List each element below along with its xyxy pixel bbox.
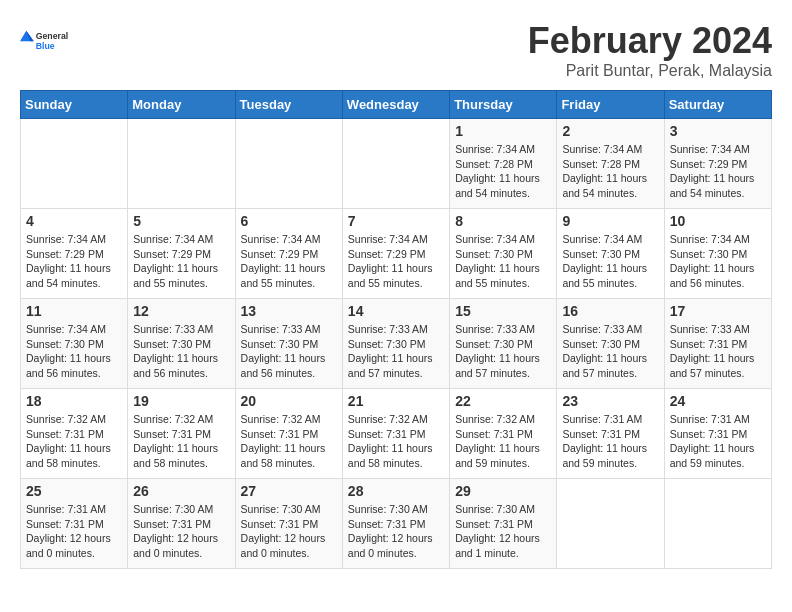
calendar-cell: 17Sunrise: 7:33 AMSunset: 7:31 PMDayligh… bbox=[664, 299, 771, 389]
page-header: General Blue February 2024 Parit Buntar,… bbox=[20, 20, 772, 80]
day-info: Sunrise: 7:34 AMSunset: 7:29 PMDaylight:… bbox=[133, 232, 229, 291]
logo-svg: General Blue bbox=[20, 20, 70, 60]
day-info: Sunrise: 7:32 AMSunset: 7:31 PMDaylight:… bbox=[133, 412, 229, 471]
calendar-week-row: 18Sunrise: 7:32 AMSunset: 7:31 PMDayligh… bbox=[21, 389, 772, 479]
title-section: February 2024 Parit Buntar, Perak, Malay… bbox=[528, 20, 772, 80]
day-info: Sunrise: 7:32 AMSunset: 7:31 PMDaylight:… bbox=[241, 412, 337, 471]
calendar-cell: 2Sunrise: 7:34 AMSunset: 7:28 PMDaylight… bbox=[557, 119, 664, 209]
day-info: Sunrise: 7:33 AMSunset: 7:30 PMDaylight:… bbox=[348, 322, 444, 381]
calendar-cell: 20Sunrise: 7:32 AMSunset: 7:31 PMDayligh… bbox=[235, 389, 342, 479]
calendar-cell: 13Sunrise: 7:33 AMSunset: 7:30 PMDayligh… bbox=[235, 299, 342, 389]
day-info: Sunrise: 7:34 AMSunset: 7:30 PMDaylight:… bbox=[562, 232, 658, 291]
calendar-cell: 23Sunrise: 7:31 AMSunset: 7:31 PMDayligh… bbox=[557, 389, 664, 479]
day-info: Sunrise: 7:33 AMSunset: 7:30 PMDaylight:… bbox=[562, 322, 658, 381]
day-number: 10 bbox=[670, 213, 766, 229]
day-info: Sunrise: 7:31 AMSunset: 7:31 PMDaylight:… bbox=[562, 412, 658, 471]
calendar-header-row: SundayMondayTuesdayWednesdayThursdayFrid… bbox=[21, 91, 772, 119]
day-number: 1 bbox=[455, 123, 551, 139]
day-info: Sunrise: 7:33 AMSunset: 7:30 PMDaylight:… bbox=[455, 322, 551, 381]
calendar-week-row: 4Sunrise: 7:34 AMSunset: 7:29 PMDaylight… bbox=[21, 209, 772, 299]
calendar-cell: 3Sunrise: 7:34 AMSunset: 7:29 PMDaylight… bbox=[664, 119, 771, 209]
day-number: 29 bbox=[455, 483, 551, 499]
calendar-cell: 21Sunrise: 7:32 AMSunset: 7:31 PMDayligh… bbox=[342, 389, 449, 479]
day-number: 24 bbox=[670, 393, 766, 409]
day-number: 26 bbox=[133, 483, 229, 499]
calendar-cell: 14Sunrise: 7:33 AMSunset: 7:30 PMDayligh… bbox=[342, 299, 449, 389]
day-info: Sunrise: 7:32 AMSunset: 7:31 PMDaylight:… bbox=[455, 412, 551, 471]
day-number: 19 bbox=[133, 393, 229, 409]
day-of-week-header: Thursday bbox=[450, 91, 557, 119]
day-info: Sunrise: 7:34 AMSunset: 7:28 PMDaylight:… bbox=[562, 142, 658, 201]
day-number: 25 bbox=[26, 483, 122, 499]
day-of-week-header: Sunday bbox=[21, 91, 128, 119]
day-info: Sunrise: 7:32 AMSunset: 7:31 PMDaylight:… bbox=[348, 412, 444, 471]
day-number: 18 bbox=[26, 393, 122, 409]
calendar-cell: 27Sunrise: 7:30 AMSunset: 7:31 PMDayligh… bbox=[235, 479, 342, 569]
calendar-cell bbox=[342, 119, 449, 209]
calendar-cell: 8Sunrise: 7:34 AMSunset: 7:30 PMDaylight… bbox=[450, 209, 557, 299]
day-info: Sunrise: 7:30 AMSunset: 7:31 PMDaylight:… bbox=[455, 502, 551, 561]
calendar-cell bbox=[664, 479, 771, 569]
calendar-cell: 18Sunrise: 7:32 AMSunset: 7:31 PMDayligh… bbox=[21, 389, 128, 479]
day-info: Sunrise: 7:33 AMSunset: 7:31 PMDaylight:… bbox=[670, 322, 766, 381]
calendar-week-row: 11Sunrise: 7:34 AMSunset: 7:30 PMDayligh… bbox=[21, 299, 772, 389]
day-number: 17 bbox=[670, 303, 766, 319]
day-number: 7 bbox=[348, 213, 444, 229]
calendar-cell: 12Sunrise: 7:33 AMSunset: 7:30 PMDayligh… bbox=[128, 299, 235, 389]
day-number: 8 bbox=[455, 213, 551, 229]
calendar-week-row: 25Sunrise: 7:31 AMSunset: 7:31 PMDayligh… bbox=[21, 479, 772, 569]
calendar-cell: 16Sunrise: 7:33 AMSunset: 7:30 PMDayligh… bbox=[557, 299, 664, 389]
svg-text:Blue: Blue bbox=[36, 41, 55, 51]
day-info: Sunrise: 7:31 AMSunset: 7:31 PMDaylight:… bbox=[670, 412, 766, 471]
day-of-week-header: Friday bbox=[557, 91, 664, 119]
day-info: Sunrise: 7:30 AMSunset: 7:31 PMDaylight:… bbox=[133, 502, 229, 561]
day-info: Sunrise: 7:34 AMSunset: 7:29 PMDaylight:… bbox=[26, 232, 122, 291]
calendar-cell: 10Sunrise: 7:34 AMSunset: 7:30 PMDayligh… bbox=[664, 209, 771, 299]
day-info: Sunrise: 7:34 AMSunset: 7:29 PMDaylight:… bbox=[348, 232, 444, 291]
day-info: Sunrise: 7:32 AMSunset: 7:31 PMDaylight:… bbox=[26, 412, 122, 471]
calendar-cell: 1Sunrise: 7:34 AMSunset: 7:28 PMDaylight… bbox=[450, 119, 557, 209]
day-number: 14 bbox=[348, 303, 444, 319]
logo: General Blue bbox=[20, 20, 70, 60]
calendar-cell: 15Sunrise: 7:33 AMSunset: 7:30 PMDayligh… bbox=[450, 299, 557, 389]
day-info: Sunrise: 7:34 AMSunset: 7:30 PMDaylight:… bbox=[670, 232, 766, 291]
day-number: 11 bbox=[26, 303, 122, 319]
day-number: 20 bbox=[241, 393, 337, 409]
calendar-cell: 5Sunrise: 7:34 AMSunset: 7:29 PMDaylight… bbox=[128, 209, 235, 299]
day-of-week-header: Wednesday bbox=[342, 91, 449, 119]
svg-text:General: General bbox=[36, 31, 69, 41]
calendar-week-row: 1Sunrise: 7:34 AMSunset: 7:28 PMDaylight… bbox=[21, 119, 772, 209]
day-number: 6 bbox=[241, 213, 337, 229]
day-number: 16 bbox=[562, 303, 658, 319]
day-number: 2 bbox=[562, 123, 658, 139]
day-info: Sunrise: 7:30 AMSunset: 7:31 PMDaylight:… bbox=[241, 502, 337, 561]
day-of-week-header: Saturday bbox=[664, 91, 771, 119]
day-info: Sunrise: 7:30 AMSunset: 7:31 PMDaylight:… bbox=[348, 502, 444, 561]
month-title: February 2024 bbox=[528, 20, 772, 62]
day-number: 27 bbox=[241, 483, 337, 499]
day-info: Sunrise: 7:31 AMSunset: 7:31 PMDaylight:… bbox=[26, 502, 122, 561]
day-number: 5 bbox=[133, 213, 229, 229]
day-number: 28 bbox=[348, 483, 444, 499]
calendar-cell bbox=[557, 479, 664, 569]
day-info: Sunrise: 7:33 AMSunset: 7:30 PMDaylight:… bbox=[241, 322, 337, 381]
calendar-table: SundayMondayTuesdayWednesdayThursdayFrid… bbox=[20, 90, 772, 569]
calendar-cell: 6Sunrise: 7:34 AMSunset: 7:29 PMDaylight… bbox=[235, 209, 342, 299]
calendar-cell: 25Sunrise: 7:31 AMSunset: 7:31 PMDayligh… bbox=[21, 479, 128, 569]
day-info: Sunrise: 7:34 AMSunset: 7:28 PMDaylight:… bbox=[455, 142, 551, 201]
day-number: 3 bbox=[670, 123, 766, 139]
calendar-cell: 9Sunrise: 7:34 AMSunset: 7:30 PMDaylight… bbox=[557, 209, 664, 299]
location-subtitle: Parit Buntar, Perak, Malaysia bbox=[528, 62, 772, 80]
day-number: 23 bbox=[562, 393, 658, 409]
day-number: 21 bbox=[348, 393, 444, 409]
calendar-cell bbox=[235, 119, 342, 209]
calendar-cell: 11Sunrise: 7:34 AMSunset: 7:30 PMDayligh… bbox=[21, 299, 128, 389]
day-number: 13 bbox=[241, 303, 337, 319]
calendar-cell: 26Sunrise: 7:30 AMSunset: 7:31 PMDayligh… bbox=[128, 479, 235, 569]
day-info: Sunrise: 7:33 AMSunset: 7:30 PMDaylight:… bbox=[133, 322, 229, 381]
calendar-cell: 7Sunrise: 7:34 AMSunset: 7:29 PMDaylight… bbox=[342, 209, 449, 299]
calendar-cell: 19Sunrise: 7:32 AMSunset: 7:31 PMDayligh… bbox=[128, 389, 235, 479]
day-info: Sunrise: 7:34 AMSunset: 7:29 PMDaylight:… bbox=[241, 232, 337, 291]
day-number: 15 bbox=[455, 303, 551, 319]
calendar-cell: 29Sunrise: 7:30 AMSunset: 7:31 PMDayligh… bbox=[450, 479, 557, 569]
